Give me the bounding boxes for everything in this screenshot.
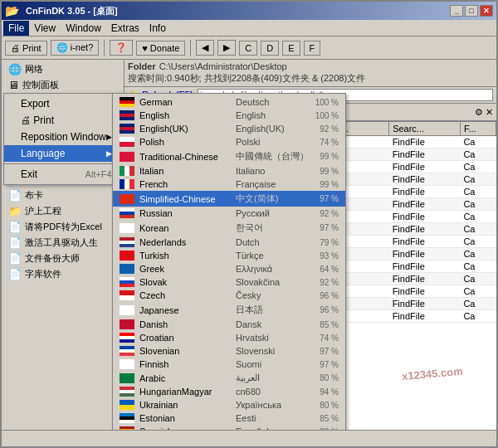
lang-pct-tr: 93 %	[314, 251, 339, 261]
doc-icon-8: 📄	[8, 268, 22, 280]
cell-search: FindFile	[389, 223, 461, 236]
lang-native-jp: 日本語	[236, 304, 309, 316]
close-button[interactable]: ✕	[480, 5, 493, 17]
sidebar-item-hushang[interactable]: 📁 沪上工程	[2, 203, 124, 219]
file-menu-separator	[4, 163, 129, 164]
lang-item-gr[interactable]: Greek Ελληνικά 64 %	[113, 262, 345, 275]
lang-name-gr: Greek	[139, 264, 231, 274]
lang-item-fr[interactable]: French Française 99 %	[113, 178, 345, 191]
lang-item-kr[interactable]: Korean 한국어 97 %	[113, 220, 345, 236]
cell-f: Ca	[460, 136, 496, 149]
sidebar-item-fonts[interactable]: 📄 字库软件	[2, 266, 124, 282]
print-button[interactable]: 🖨 🖨 PrintPrint	[5, 41, 47, 56]
file-menu-language[interactable]: Language	[4, 145, 129, 162]
donate-button[interactable]: ♥ Donate	[136, 41, 185, 56]
file-menu-exit[interactable]: Exit Alt+F4	[4, 166, 129, 183]
sidebar-item-network[interactable]: 🌐 网络	[2, 61, 124, 77]
lang-item-ar[interactable]: Arabic العربية 80 %	[113, 371, 345, 385]
lang-item-es[interactable]: Spanish Español 92 %	[113, 425, 345, 430]
address-row-folder: Folder C:\Users\Administrator\Desktop	[128, 61, 493, 71]
lang-native-de: Deutsch	[236, 97, 309, 107]
lang-item-tr[interactable]: Turkish Türkçe 93 %	[113, 249, 345, 262]
menu-window[interactable]: Window	[61, 21, 106, 36]
lang-native-tr: Türkçe	[236, 251, 309, 261]
toolbar-separator-2	[190, 40, 191, 56]
nav-d-button[interactable]: D	[261, 41, 279, 56]
flag-sl	[120, 346, 134, 356]
sidebar-item-controlpanel[interactable]: 🖥 控制面板	[2, 77, 124, 93]
flag-ua	[120, 400, 134, 410]
cell-search: FindFile	[389, 248, 461, 261]
lang-name-hr: Croatian	[139, 333, 231, 343]
cell-f: Ca	[460, 310, 496, 323]
lang-item-sk[interactable]: Slovak Slovakčina 92 %	[113, 275, 345, 289]
lang-item-da[interactable]: Danish Dansk 85 %	[113, 318, 345, 331]
lang-pct-es: 92 %	[314, 427, 339, 431]
lang-name-cz: Czech	[139, 290, 231, 300]
network-icon: 🌐	[8, 63, 22, 75]
sidebar-item-backup[interactable]: 📄 文件备份大师	[2, 251, 124, 266]
col-search[interactable]: Searc...	[389, 122, 461, 136]
lang-pct-hu: 94 %	[314, 387, 339, 397]
lang-item-cz[interactable]: Czech Česky 96 %	[113, 289, 345, 302]
lang-item-tw[interactable]: Traditional-Chinese 中國傳統（台灣） 99 %	[113, 149, 345, 164]
sidebar-item-buka[interactable]: 📄 布卡	[2, 187, 124, 203]
search-result-text: 搜索时间:0.940秒; 共找到2208条(409)文件夹 & (2208)文件	[128, 72, 365, 85]
language-submenu: German Deutsch 100 % English English 100…	[112, 93, 346, 430]
title-bar: 📂 CnFinDK 3.05 - [桌面] _ □ ✕	[2, 2, 496, 20]
cell-f: Ca	[460, 236, 496, 248]
col-f[interactable]: F...	[460, 122, 496, 136]
cell-f: Ca	[460, 223, 496, 236]
address-row-search: 搜索时间:0.940秒; 共找到2208条(409)文件夹 & (2208)文件	[128, 72, 493, 85]
lang-item-hu[interactable]: HungarianMagyar cn680 94 %	[113, 385, 345, 398]
lang-item-ru[interactable]: Russian Русский 92 %	[113, 207, 345, 220]
sidebar-item-pdf[interactable]: 📄 请将PDF转为Excel	[2, 219, 124, 235]
lang-pct-ru: 92 %	[314, 209, 339, 218]
nav-forward-button[interactable]: ▶	[217, 40, 236, 56]
lang-item-cn[interactable]: Simplified-Chinese 中文(简体) 97 %	[113, 191, 345, 207]
file-menu-print[interactable]: 🖨 Print	[4, 112, 129, 129]
file-menu-export[interactable]: Export	[4, 95, 129, 112]
cell-search: FindFile	[389, 261, 461, 273]
lang-item-sl[interactable]: Slovenian Slovenski 97 %	[113, 344, 345, 358]
lang-item-jp[interactable]: Japanese 日本語 96 %	[113, 302, 345, 318]
lang-item-et[interactable]: Estonian Eesti 85 %	[113, 411, 345, 425]
inet-button[interactable]: 🌐 i-net?	[51, 40, 100, 56]
menu-file[interactable]: File	[3, 21, 29, 36]
menu-view[interactable]: View	[29, 21, 61, 36]
maximize-button[interactable]: □	[465, 5, 478, 17]
menu-extras[interactable]: Extras	[106, 21, 144, 36]
lang-item-hr[interactable]: Croatian Hrvatski 74 %	[113, 331, 345, 344]
lang-native-pl: Polski	[236, 137, 309, 147]
lang-item-ua[interactable]: Ukrainian Українська 80 %	[113, 398, 345, 411]
menu-bar: File View Window Extras Info	[2, 20, 496, 37]
nav-f-button[interactable]: F	[304, 41, 321, 56]
lang-item-it[interactable]: Italian Italiano 99 %	[113, 164, 345, 178]
cell-search: FindFile	[389, 273, 461, 285]
lang-item-fi[interactable]: Finnish Suomi 97 %	[113, 358, 345, 371]
menu-info[interactable]: Info	[144, 21, 171, 36]
file-menu-reposition[interactable]: Reposition Window	[4, 129, 129, 145]
lang-name-pl: Polish	[139, 137, 231, 147]
nav-e-button[interactable]: E	[282, 41, 300, 56]
lang-name-ru: Russian	[139, 208, 231, 218]
nav-back-button[interactable]: ◀	[196, 40, 214, 56]
nav-c-button[interactable]: C	[239, 41, 257, 56]
lang-item-de[interactable]: German Deutsch 100 %	[113, 95, 345, 109]
flag-hr	[120, 333, 134, 343]
lang-item-pl[interactable]: Polish Polski 74 %	[113, 135, 345, 149]
grouping-options[interactable]: ⚙ ✕	[475, 107, 493, 118]
minimize-button[interactable]: _	[450, 5, 463, 17]
lang-pct-ar: 80 %	[314, 373, 339, 382]
sidebar-item-jihuotools[interactable]: 📄 激活工具驱动人生	[2, 235, 124, 251]
lang-native-sk: Slovakčina	[236, 277, 309, 287]
lang-name-kr: Korean	[139, 223, 231, 233]
lang-name-et: Estonian	[139, 413, 231, 423]
lang-item-en[interactable]: English English 100 %	[113, 109, 345, 122]
lang-item-nl[interactable]: Nederlands Dutch 79 %	[113, 236, 345, 249]
lang-name-ua: Ukrainian	[139, 400, 231, 410]
flag-jp	[120, 305, 134, 315]
lang-item-uk[interactable]: English(UK) English(UK) 92 %	[113, 122, 345, 135]
help-button[interactable]: ❓	[110, 40, 133, 56]
lang-native-tw: 中國傳統（台灣）	[236, 150, 309, 163]
